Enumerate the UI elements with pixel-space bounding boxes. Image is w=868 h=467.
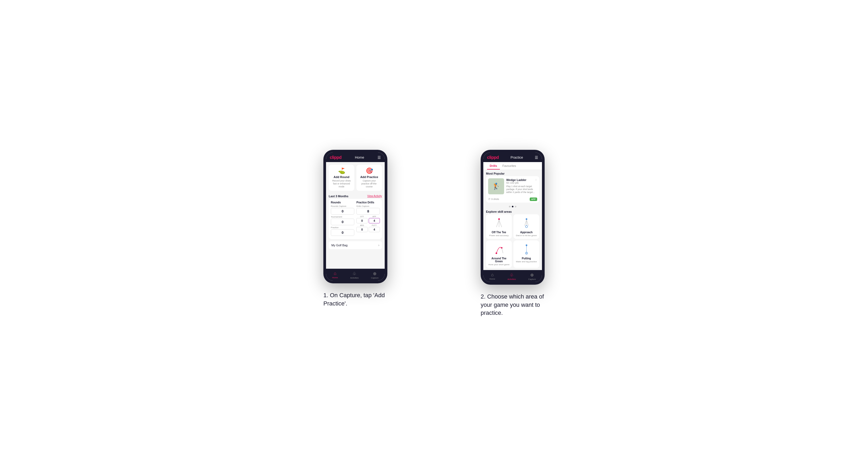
activities-icon-1: ♧	[352, 271, 356, 276]
app-logo-1: clippd	[330, 155, 341, 160]
nav-activities-2[interactable]: ♧ Activities	[507, 272, 516, 280]
ott-label: OTT	[356, 216, 368, 218]
bottom-nav-2: ⌂ Home ♧ Activities ⊕ Capture	[483, 270, 542, 282]
svg-line-11	[502, 248, 503, 253]
phone-2-section: clippd Practice ☰ Drills Favourites Most…	[445, 150, 581, 317]
rounds-col: Rounds Rounds Capture 0 Tournament 0 Pra…	[331, 201, 354, 237]
view-activity-link[interactable]: View Activity	[367, 195, 382, 197]
skill-desc-putting: Make and lag practice	[516, 260, 537, 263]
svg-point-0	[498, 218, 500, 220]
rounds-capture-value: 0	[331, 208, 354, 215]
drills-title: Practice Drills	[356, 201, 380, 204]
svg-line-1	[496, 220, 499, 227]
putt-value: 4	[369, 227, 380, 232]
app-header-1: clippd Home ☰	[326, 153, 385, 162]
add-practice-card[interactable]: 🎯 Add Practice Capture your practice off…	[356, 165, 382, 191]
pagination-dots	[483, 205, 542, 209]
putt-stat: PUTT 4	[369, 224, 380, 232]
off-the-tee-diagram	[492, 216, 506, 230]
nav-capture-1[interactable]: ⊕ Capture	[371, 271, 378, 279]
action-cards: ⛳ Add Round Record your shots fast or en…	[326, 162, 385, 193]
nav-capture-2[interactable]: ⊕ Capture	[528, 272, 535, 280]
activities-label-1: Activities	[350, 277, 359, 279]
bottom-nav-1: ⌂ Home ♧ Activities ⊕ Capture	[326, 269, 385, 281]
star-icon[interactable]: ☆	[535, 178, 537, 181]
drills-sub-row-2: ARG 0 PUTT 4	[356, 224, 380, 232]
drill-card[interactable]: 🏌️ Wedge Ladder ☆ 50–100 yds Play 1 shot…	[486, 176, 539, 203]
ott-value: 0	[356, 218, 368, 223]
arg-label: ARG	[356, 224, 368, 226]
drill-footer: ⏱ 9 shots APP	[486, 196, 539, 203]
phone-1-screen: clippd Home ☰ ⛳ Add Round Record your sh…	[326, 153, 385, 281]
app-label: APP	[369, 216, 380, 218]
phone-2: clippd Practice ☰ Drills Favourites Most…	[480, 150, 545, 285]
nav-home-2[interactable]: ⌂ Home	[490, 272, 495, 280]
capture-icon-1: ⊕	[373, 271, 376, 276]
app-stat: APP 4	[369, 216, 380, 223]
hamburger-icon-1[interactable]: ☰	[377, 155, 381, 160]
capture-label-1: Capture	[371, 277, 378, 279]
screen-content-1: ⛳ Add Round Record your shots fast or en…	[326, 162, 385, 269]
app-title-1: Home	[355, 155, 364, 159]
phone-2-screen: clippd Practice ☰ Drills Favourites Most…	[483, 153, 542, 282]
stats-container: Rounds Rounds Capture 0 Tournament 0 Pra…	[329, 199, 382, 239]
shots-count: 9 shots	[491, 198, 499, 200]
skill-card-off-the-tee[interactable]: Off The Tee Power and accuracy	[486, 214, 512, 239]
svg-line-5	[525, 220, 527, 226]
svg-point-15	[526, 253, 527, 253]
skill-card-approach[interactable]: Approach Dial-in to hit the green	[514, 214, 539, 239]
practice-value: 0	[331, 229, 354, 236]
app-header-2: clippd Practice ☰	[483, 153, 542, 162]
home-icon-1: ⌂	[334, 271, 336, 276]
hamburger-icon-2[interactable]: ☰	[535, 155, 538, 160]
add-round-card[interactable]: ⛳ Add Round Record your shots fast or en…	[329, 165, 354, 191]
drill-image: 🏌️	[488, 178, 504, 194]
skill-title-atg: Around The Green	[488, 257, 510, 263]
caption-1: 1. On Capture, tap 'Add Practice'.	[323, 291, 388, 308]
svg-point-4	[526, 218, 527, 220]
capture-label-2: Capture	[528, 278, 535, 280]
practice-label: Practice	[331, 226, 354, 229]
golfer-icon: 🏌️	[492, 183, 500, 190]
home-label-2: Home	[490, 278, 495, 280]
nav-home-1[interactable]: ⌂ Home	[332, 271, 338, 279]
add-practice-icon: 🎯	[366, 167, 373, 174]
stats-header-row: Last 3 Months View Activity	[326, 193, 385, 199]
drills-sub-row-1: OTT 0 APP 4	[356, 216, 380, 223]
skill-title-approach: Approach	[520, 231, 533, 234]
drills-capture-label: Drills Capture	[356, 205, 380, 207]
caption-2: 2. Choose which area of your game you wa…	[480, 293, 545, 317]
drill-title: Wedge Ladder	[506, 178, 527, 182]
arg-value: 0	[356, 227, 368, 232]
tournament-label: Tournament	[331, 216, 354, 218]
skill-card-around-the-green[interactable]: Around The Green Hone your short game	[486, 241, 512, 268]
drill-title-row: Wedge Ladder ☆	[506, 178, 537, 182]
putting-diagram	[520, 243, 533, 256]
rounds-capture-label: Rounds Capture	[331, 205, 354, 207]
svg-line-3	[499, 220, 502, 227]
home-icon-2: ⌂	[491, 272, 494, 277]
skill-card-putting[interactable]: Putting Make and lag practice	[514, 241, 539, 268]
nav-activities-1[interactable]: ♧ Activities	[350, 271, 359, 279]
phone-1: clippd Home ☰ ⛳ Add Round Record your sh…	[323, 150, 388, 283]
activities-label-2: Activities	[507, 278, 516, 280]
tabs-row: Drills Favourites	[483, 162, 542, 170]
drill-desc: Play 1 shot at each target yardage. If y…	[506, 185, 537, 194]
arg-stat: ARG 0	[356, 224, 368, 232]
skill-title-ott: Off The Tee	[492, 231, 506, 234]
drills-col: Practice Drills Drills Capture 8 OTT 0 A…	[356, 201, 380, 237]
golf-bag-label: My Golf Bag	[331, 244, 348, 247]
golf-bag-row[interactable]: My Golf Bag ›	[329, 241, 382, 249]
shots-label: ⏱ 9 shots	[488, 198, 499, 200]
dot-2	[512, 206, 514, 207]
tab-favourites[interactable]: Favourites	[500, 162, 519, 169]
around-the-green-diagram	[492, 243, 506, 256]
home-label-1: Home	[332, 276, 338, 279]
skill-desc-approach: Dial-in to hit the green	[516, 234, 537, 237]
most-popular-title: Most Popular	[483, 170, 542, 176]
skill-desc-atg: Hone your short game	[488, 263, 509, 266]
add-round-title: Add Round	[334, 176, 349, 179]
tab-drills[interactable]: Drills	[487, 162, 500, 169]
drill-yds: 50–100 yds	[506, 182, 537, 184]
phone-1-section: clippd Home ☰ ⛳ Add Round Record your sh…	[287, 150, 423, 308]
